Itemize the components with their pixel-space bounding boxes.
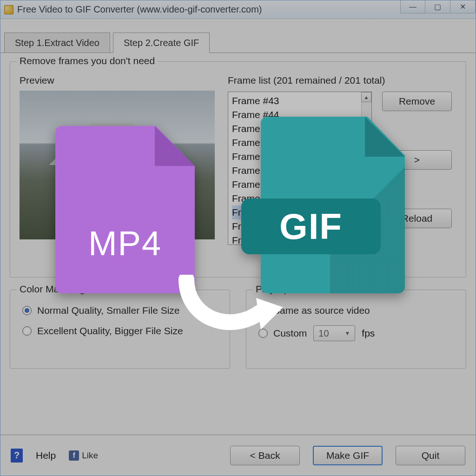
maximize-button[interactable]: ▢ [425,0,450,13]
list-item[interactable]: Frame #45 [232,122,368,136]
radio-icon [22,326,32,336]
window-title: Free Video to GIF Converter (www.video-g… [17,4,262,15]
fps-dropdown[interactable]: 10 ▼ [313,325,355,341]
frames-group: Remove frames you don't need Preview Fra… [10,61,466,278]
footer-bar: ? Help f Like < Back Make GIF Quit [0,435,476,476]
frames-legend: Remove frames you don't need [17,55,158,66]
radio-icon [258,329,268,338]
close-button[interactable]: ✕ [450,0,476,13]
scrollbar-track[interactable] [361,92,371,245]
frame-list-caption: Frame list (201 remained / 201 total) [228,75,456,86]
list-item[interactable]: Frame #52 [232,219,368,233]
color-matching-legend: Color Matching [17,284,88,295]
list-item[interactable]: Frame #53 [232,233,368,245]
frame-next-button[interactable]: > [382,150,452,170]
radio-label: Custom [273,328,307,339]
fps-unit: fps [362,328,375,339]
list-item[interactable]: Frame #46 [232,136,368,150]
play-speed-legend: Play Speed [253,284,308,295]
radio-label: Normal Quality, Smaller File Size [37,305,180,316]
facebook-icon: f [69,450,79,461]
fps-value: 10 [318,328,329,339]
radio-custom-speed[interactable]: Custom [258,328,307,339]
facebook-like-button[interactable]: f Like [69,450,98,461]
color-matching-group: Color Matching Normal Quality, Smaller F… [10,290,230,369]
chevron-down-icon: ▼ [344,330,350,337]
tab-strip: Step 1.Extract Video Step 2.Create GIF [4,32,476,53]
remove-button[interactable]: Remove [382,92,452,111]
back-button[interactable]: < Back [230,446,300,465]
help-icon[interactable]: ? [11,449,23,463]
radio-excellent-quality[interactable]: Excellent Quality, Bigger File Size [22,325,220,337]
tab-step2[interactable]: Step 2.Create GIF [113,33,210,53]
radio-label: Excellent Quality, Bigger File Size [37,325,183,337]
tab-content: Remove frames you don't need Preview Fra… [0,53,476,438]
reload-button[interactable]: Reload [382,209,452,228]
help-link[interactable]: Help [36,450,56,461]
preview-label: Preview [20,75,215,86]
app-window: Free Video to GIF Converter (www.video-g… [0,0,476,476]
list-item[interactable]: Frame #48 [232,164,368,178]
like-label: Like [82,450,98,461]
play-speed-group: Play Speed Same as source video Custom 1… [246,290,466,369]
preview-image [20,91,215,239]
list-item[interactable]: Frame #44 [232,108,368,122]
radio-same-speed[interactable]: Same as source video [258,305,456,316]
list-item[interactable]: Frame #50 [232,192,368,205]
radio-icon [22,306,32,315]
frame-list-column: Frame list (201 remained / 201 total) Fr… [228,75,456,245]
radio-label: Same as source video [273,305,370,316]
preview-column: Preview [20,75,215,245]
list-item[interactable]: Frame #47 [232,150,368,164]
quit-button[interactable]: Quit [396,446,465,465]
list-item[interactable]: Frame #49 [232,178,368,192]
list-item[interactable]: Frame #43 [232,94,368,108]
minimize-button[interactable]: — [400,0,425,13]
window-controls: — ▢ ✕ [400,0,476,13]
app-icon [4,5,13,14]
tab-step1[interactable]: Step 1.Extract Video [4,33,110,53]
make-gif-button[interactable]: Make GIF [313,446,383,465]
radio-icon [258,306,268,315]
radio-normal-quality[interactable]: Normal Quality, Smaller File Size [22,305,220,316]
list-item[interactable]: Frame #51 [232,205,368,219]
scroll-down-button[interactable]: ▾ [361,234,371,245]
frame-listbox[interactable]: Frame #43 Frame #44 Frame #45 Frame #46 … [228,92,372,245]
scroll-up-button[interactable]: ▴ [361,92,371,102]
